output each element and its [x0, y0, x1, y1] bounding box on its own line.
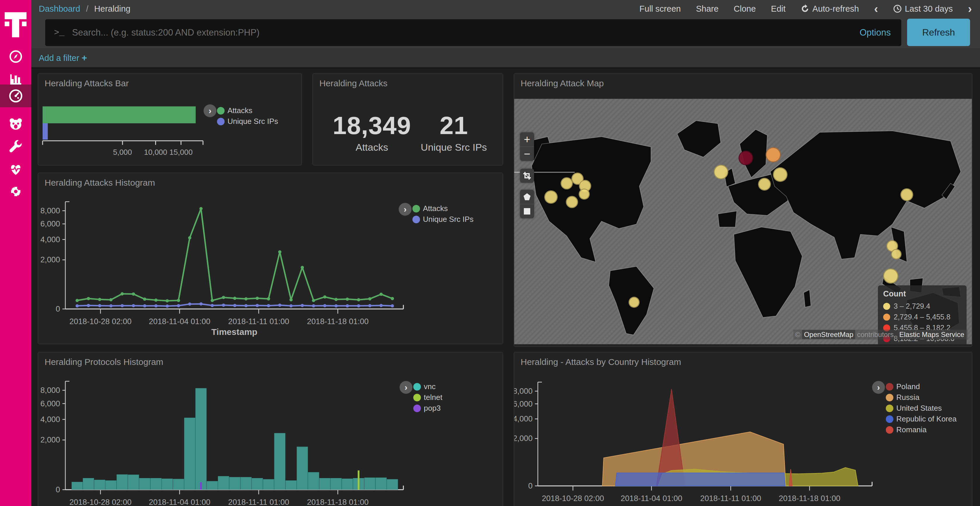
time-back-button[interactable]: ‹: [874, 5, 878, 13]
legend-label: pop3: [424, 404, 441, 413]
clock-icon: [893, 5, 902, 13]
attack-dot: [766, 147, 781, 162]
legend-label: Russia: [896, 393, 920, 402]
svg-text:2018-11-11 01:00: 2018-11-11 01:00: [228, 317, 289, 326]
panel-attacks-metric: Heralding Attacks 18,349 Attacks 21 Uniq…: [312, 73, 503, 165]
legend-item[interactable]: Romania: [886, 424, 957, 435]
bucket-dot-icon: [883, 303, 890, 310]
legend: PolandRussiaUnited StatesRepublic of Kor…: [886, 381, 957, 435]
legend-item[interactable]: Attacks: [217, 105, 278, 116]
legend-dot-icon: [886, 426, 893, 434]
svg-text:8,000: 8,000: [40, 386, 60, 395]
legend-dot-icon: [412, 216, 420, 223]
svg-text:2018-11-18 01:00: 2018-11-18 01:00: [307, 317, 369, 326]
heartbeat-icon: [8, 162, 23, 176]
legend-expand-icon[interactable]: ›: [399, 203, 412, 216]
metric-unique-ips: 21 Unique Src IPs: [413, 111, 495, 153]
svg-text:4,000: 4,000: [40, 415, 60, 424]
search-prompt-icon: >_: [54, 28, 64, 38]
legend-dot-icon: [413, 404, 421, 412]
legend-item[interactable]: pop3: [413, 403, 442, 414]
legend-label: Attacks: [423, 204, 448, 213]
panel-protocols-histogram: Heralding Protocols Histogram 02,0004,00…: [38, 352, 503, 506]
options-link[interactable]: Options: [859, 27, 891, 38]
panel-title: Heralding Attacks Bar: [45, 78, 129, 88]
time-range-picker[interactable]: Last 30 days: [893, 4, 953, 14]
attribution-link[interactable]: Elastic Maps Service: [897, 330, 966, 339]
attack-dot: [891, 249, 902, 259]
legend: AttacksUnique Src IPs: [412, 203, 473, 225]
protocols-histogram-chart: 02,0004,0006,0008,0002018-10-28 02:00201…: [38, 352, 503, 506]
legend-item[interactable]: telnet: [413, 392, 442, 403]
legend-label: Unique Src IPs: [228, 117, 278, 126]
legend-dot-icon: [886, 404, 893, 412]
sidebar-item-management[interactable]: [0, 180, 31, 203]
legend-item[interactable]: Poland: [886, 381, 957, 392]
time-forward-button[interactable]: ›: [968, 5, 972, 13]
sidebar: [0, 0, 31, 506]
sidebar-item-dashboard[interactable]: [0, 84, 31, 107]
bar-chart-icon: [9, 72, 23, 86]
panel-attacks-histogram: Heralding Attacks Histogram 02,0004,0006…: [38, 173, 503, 344]
draw-rectangle-button[interactable]: [520, 204, 534, 218]
svg-text:10,000: 10,000: [144, 148, 167, 157]
bear-icon: [8, 117, 23, 132]
map-legend-item: 3 – 2,729.4: [883, 301, 961, 312]
world-map[interactable]: + − Co: [514, 99, 972, 344]
breadcrumb-current: Heralding: [94, 4, 130, 13]
fit-bounds-button[interactable]: [520, 169, 534, 183]
attack-dot: [758, 178, 771, 190]
legend-item[interactable]: Russia: [886, 392, 957, 403]
legend-item[interactable]: Unique Src IPs: [412, 214, 473, 225]
legend-label: United States: [896, 404, 942, 413]
legend-expand-icon[interactable]: ›: [204, 104, 216, 117]
panel-title: Heralding Protocols Histogram: [45, 357, 163, 367]
legend-expand-icon[interactable]: ›: [872, 381, 885, 394]
metric-label: Attacks: [331, 142, 413, 153]
legend-dot-icon: [217, 107, 224, 114]
attribution-link[interactable]: OpenStreetMap: [802, 330, 855, 339]
plus-icon: +: [82, 52, 87, 63]
legend-item[interactable]: Unique Src IPs: [217, 116, 278, 127]
zoom-out-button[interactable]: −: [520, 146, 534, 161]
map-zoom-controls: + −: [520, 132, 534, 161]
legend-label: Romania: [896, 425, 927, 434]
refresh-button[interactable]: Refresh: [907, 19, 970, 46]
breadcrumb-dashboard-link[interactable]: Dashboard: [39, 4, 80, 13]
legend-label: Unique Src IPs: [423, 215, 473, 224]
legend-item[interactable]: vnc: [413, 381, 442, 392]
auto-refresh-button[interactable]: Auto-refresh: [800, 4, 859, 14]
svg-text:2018-11-18 01:00: 2018-11-18 01:00: [307, 498, 369, 506]
svg-text:5,000: 5,000: [113, 148, 132, 157]
breadcrumb-separator: /: [86, 4, 88, 13]
legend-dot-icon: [413, 394, 421, 401]
draw-polygon-button[interactable]: [520, 190, 534, 204]
legend-item[interactable]: Attacks: [412, 203, 473, 214]
attribution-text: contributors,: [855, 330, 897, 338]
share-button[interactable]: Share: [696, 4, 718, 14]
search-row: >_ Options Refresh: [31, 17, 980, 48]
legend: AttacksUnique Src IPs: [217, 105, 278, 127]
metric-label: Unique Src IPs: [413, 142, 495, 153]
legend-dot-icon: [886, 383, 893, 390]
legend-item[interactable]: United States: [886, 403, 957, 414]
legend-label: Republic of Korea: [896, 414, 957, 424]
legend-expand-icon[interactable]: ›: [399, 381, 412, 394]
svg-text:2018-11-11 01:00: 2018-11-11 01:00: [700, 494, 761, 503]
filter-bar: Add a filter +: [31, 48, 980, 68]
sidebar-item-dev-tools[interactable]: [0, 135, 31, 158]
sidebar-item-animal[interactable]: [0, 113, 31, 136]
telekom-logo[interactable]: [0, 6, 31, 41]
edit-button[interactable]: Edit: [771, 4, 786, 14]
clone-button[interactable]: Clone: [734, 4, 756, 14]
legend-item[interactable]: Republic of Korea: [886, 414, 957, 424]
sidebar-item-discover[interactable]: [0, 45, 31, 68]
polygon-icon: [523, 193, 531, 201]
attack-dot: [566, 196, 578, 208]
sidebar-item-monitoring[interactable]: [0, 158, 31, 181]
svg-text:8,000: 8,000: [514, 387, 533, 395]
search-input[interactable]: [72, 27, 859, 38]
full-screen-button[interactable]: Full screen: [640, 4, 681, 14]
zoom-in-button[interactable]: +: [520, 132, 534, 146]
add-filter-button[interactable]: Add a filter +: [39, 52, 87, 63]
